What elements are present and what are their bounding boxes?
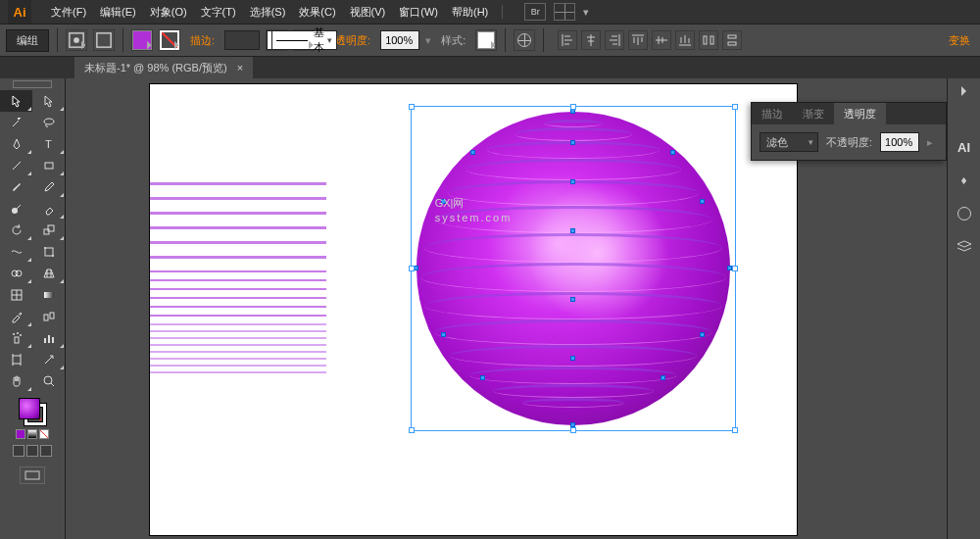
svg-point-16 (52, 255, 54, 257)
fill-color-button[interactable] (131, 29, 153, 51)
brush-definition[interactable]: 基本 (293, 29, 315, 51)
panel-opacity-label: 不透明度: (826, 135, 872, 150)
blend-mode-dropdown[interactable]: 滤色 (760, 132, 818, 152)
color-mode-none[interactable] (39, 429, 49, 439)
pencil-tool[interactable] (32, 176, 65, 198)
hand-tool[interactable] (0, 370, 32, 392)
graphic-style-button[interactable] (475, 29, 497, 51)
distribute-h-button[interactable] (699, 30, 718, 50)
selection-tool[interactable] (0, 90, 32, 112)
panel-opacity-input[interactable]: 100% (880, 132, 919, 152)
panel-grip[interactable] (13, 80, 52, 88)
resize-handle-ml[interactable] (409, 266, 415, 271)
app-logo: Ai (8, 0, 31, 24)
menu-object[interactable]: 对象(O) (150, 5, 187, 20)
tab-transparency[interactable]: 透明度 (834, 103, 886, 124)
menu-edit[interactable]: 编辑(E) (100, 5, 136, 20)
align-bottom-button[interactable] (675, 30, 695, 50)
dock-layers-icon[interactable] (952, 237, 977, 257)
color-mode-solid[interactable] (16, 429, 25, 439)
align-top-button[interactable] (628, 30, 648, 50)
artboard-tool[interactable] (0, 349, 32, 370)
selection-mode-label: 编组 (6, 29, 49, 52)
rotate-tool[interactable] (0, 220, 32, 241)
line-tool[interactable] (0, 155, 32, 176)
menu-help[interactable]: 帮助(H) (452, 5, 488, 20)
pen-tool[interactable] (0, 133, 32, 155)
menu-window[interactable]: 窗口(W) (399, 5, 438, 20)
tab-stroke[interactable]: 描边 (752, 103, 793, 124)
document-tab[interactable]: 未标题-1* @ 98% (RGB/预览) × (74, 57, 253, 78)
screen-mode-button[interactable] (20, 466, 45, 484)
resize-handle-bl[interactable] (409, 427, 415, 433)
recolor-button[interactable] (514, 29, 535, 51)
menu-view[interactable]: 视图(V) (350, 5, 386, 20)
expand-dock-button[interactable] (961, 86, 971, 96)
draw-behind[interactable] (26, 445, 38, 457)
resize-handle-br[interactable] (732, 427, 738, 433)
shape-builder-tool[interactable] (0, 263, 32, 284)
gradient-tool[interactable] (32, 284, 65, 306)
eyedropper-tool[interactable] (0, 306, 32, 327)
column-graph-tool[interactable] (32, 327, 65, 349)
draw-inside[interactable] (40, 445, 52, 457)
dock-color-icon[interactable]: ♦ (952, 171, 977, 190)
resize-handle-mr[interactable] (732, 266, 738, 271)
scale-tool[interactable] (32, 220, 65, 241)
menu-file[interactable]: 文件(F) (51, 5, 86, 20)
resize-handle-tm[interactable] (570, 104, 576, 110)
stroke-weight-input[interactable] (224, 30, 260, 50)
symbol-sprayer-tool[interactable] (0, 327, 32, 349)
blob-brush-tool[interactable] (0, 198, 32, 220)
eraser-tool[interactable] (32, 198, 65, 220)
menu-type[interactable]: 文字(T) (201, 5, 236, 20)
menu-select[interactable]: 选择(S) (250, 5, 286, 20)
fill-stroke-indicator[interactable] (19, 398, 46, 425)
menu-effect[interactable]: 效果(C) (299, 5, 335, 20)
direct-selection-tool[interactable] (32, 90, 65, 112)
align-right-button[interactable] (605, 30, 624, 50)
distribute-v-button[interactable] (722, 30, 742, 50)
transparency-panel[interactable]: 描边 渐变 透明度 滤色 不透明度: 100% ▸ (751, 102, 947, 161)
zoom-tool[interactable] (32, 370, 65, 392)
perspective-grid-tool[interactable] (32, 263, 65, 284)
rectangle-tool[interactable] (32, 155, 65, 176)
dock-swatches-icon[interactable] (952, 204, 977, 223)
svg-rect-27 (44, 338, 46, 343)
isolate-button[interactable] (93, 29, 115, 51)
align-buttons (558, 30, 742, 50)
align-hcenter-button[interactable] (581, 30, 601, 50)
tab-gradient[interactable]: 渐变 (793, 103, 834, 124)
align-vcenter-button[interactable] (652, 30, 671, 50)
svg-rect-29 (52, 337, 54, 343)
dock-libraries-icon[interactable]: AI (952, 137, 977, 157)
width-tool[interactable] (0, 241, 32, 263)
magic-wand-tool[interactable] (0, 112, 32, 133)
dropdown-caret-icon[interactable]: ▸ (927, 136, 933, 149)
paintbrush-tool[interactable] (0, 176, 32, 198)
stroke-color-button[interactable] (159, 29, 180, 51)
free-transform-tool[interactable] (32, 241, 65, 263)
transform-link[interactable]: 变换 (949, 33, 974, 48)
slice-tool[interactable] (32, 349, 65, 370)
selection-bounding-box[interactable] (411, 106, 736, 431)
color-mode-gradient[interactable] (27, 429, 37, 439)
blend-tool[interactable] (32, 306, 65, 327)
color-mode-buttons (16, 429, 49, 439)
draw-normal[interactable] (13, 445, 24, 457)
bridge-button[interactable]: Br (524, 3, 546, 21)
dropdown-caret-icon[interactable]: ▾ (425, 34, 431, 47)
resize-handle-tl[interactable] (409, 104, 415, 110)
align-left-button[interactable] (558, 30, 577, 50)
svg-rect-4 (710, 36, 713, 44)
resize-handle-tr[interactable] (732, 104, 738, 110)
svg-rect-21 (44, 315, 48, 320)
edit-contents-button[interactable] (66, 29, 87, 51)
lasso-tool[interactable] (32, 112, 65, 133)
arrange-documents-button[interactable] (554, 3, 575, 21)
type-tool[interactable]: T (32, 133, 65, 155)
resize-handle-bm[interactable] (570, 427, 576, 433)
mesh-tool[interactable] (0, 284, 32, 306)
opacity-input[interactable]: 100% (380, 30, 419, 50)
close-tab-button[interactable]: × (237, 62, 243, 74)
